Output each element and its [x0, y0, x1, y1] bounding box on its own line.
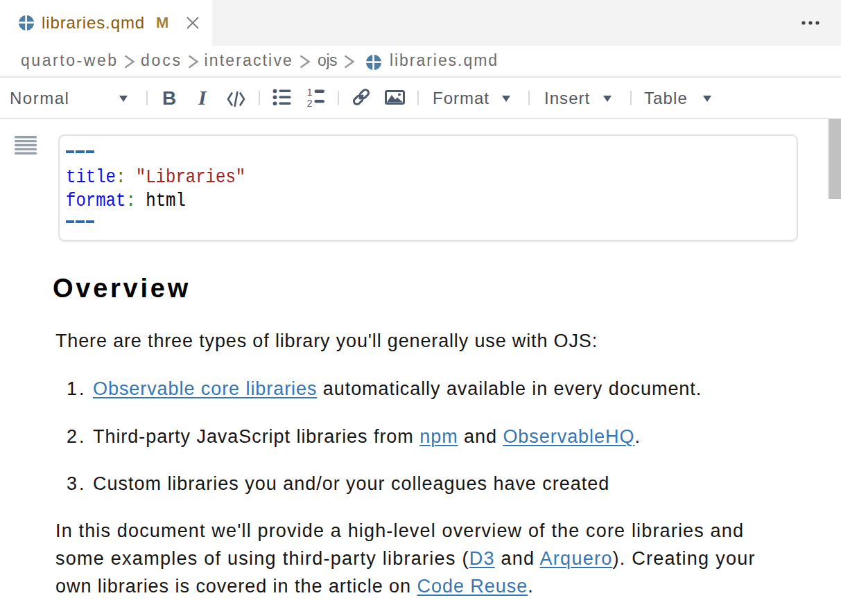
svg-text:2: 2 — [307, 98, 313, 107]
svg-text:1: 1 — [307, 88, 313, 98]
